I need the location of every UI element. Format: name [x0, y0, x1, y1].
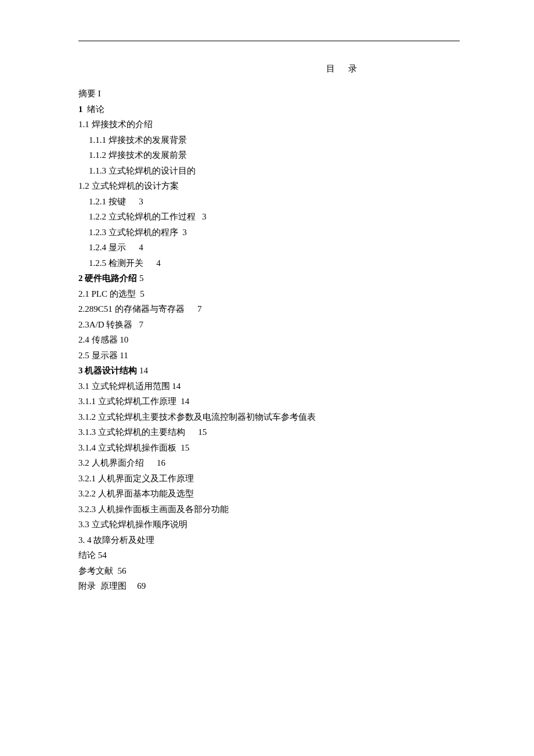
toc-line: 3.2.1 人机界面定义及工作原理	[78, 471, 460, 487]
toc-line: 3.1.3 立式轮焊机的主要结构 15	[78, 424, 460, 440]
toc-line: 结论 54	[78, 548, 460, 563]
toc-bold-text: 1	[78, 105, 83, 114]
toc-line: 1 绪论	[78, 102, 460, 117]
toc-line: 3.2.3 人机操作面板主画面及各部分功能	[78, 502, 460, 517]
toc-line: 1.1.2 焊接技术的发展前景	[78, 147, 460, 163]
toc-line: 1.2.3 立式轮焊机的程序 3	[78, 225, 460, 240]
toc-line: 1.2.2 立式轮焊机的工作过程 3	[78, 209, 460, 225]
toc-line: 2.289C51 的存储器与寄存器 7	[78, 301, 460, 317]
toc-line: 2.1 PLC 的选型 5	[78, 286, 460, 302]
toc-line: 参考文献 56	[78, 563, 460, 579]
title: 目 录	[229, 63, 460, 74]
table-of-contents: 摘要 I1 绪论1.1 焊接技术的介绍1.1.1 焊接技术的发展背景1.1.2 …	[78, 86, 460, 594]
toc-line: 3.1.4 立式轮焊机操作面板 15	[78, 440, 460, 456]
toc-line: 3.2.2 人机界面基本功能及选型	[78, 486, 460, 502]
toc-line: 2.3A/D 转换器 7	[78, 317, 460, 333]
toc-line: 3.1 立式轮焊机适用范围 14	[78, 379, 460, 394]
toc-line: 1.2.1 按键 3	[78, 194, 460, 210]
toc-line: 3 机器设计结构 14	[78, 363, 460, 379]
toc-text: 绪论	[83, 105, 105, 114]
toc-line: 1.1.3 立式轮焊机的设计目的	[78, 163, 460, 179]
toc-line: 1.1.1 焊接技术的发展背景	[78, 132, 460, 148]
toc-line: 1.2 立式轮焊机的设计方案	[78, 178, 460, 194]
toc-line: 3.1.2 立式轮焊机主要技术参数及电流控制器初物试车参考值表	[78, 409, 460, 425]
toc-line: 2.5 显示器 11	[78, 348, 460, 363]
toc-text: 5	[137, 273, 143, 283]
toc-line: 1.2.4 显示 4	[78, 240, 460, 255]
toc-line: 3.3 立式轮焊机操作顺序说明	[78, 517, 460, 532]
toc-line: 附录 原理图 69	[78, 578, 460, 594]
toc-line: 2.4 传感器 10	[78, 332, 460, 348]
toc-line: 2 硬件电路介绍 5	[78, 271, 460, 286]
toc-line: 1.1 焊接技术的介绍	[78, 117, 460, 132]
toc-line: 摘要 I	[78, 86, 460, 102]
toc-line: 3.2 人机界面介绍 16	[78, 455, 460, 471]
toc-bold-text: 2 硬件电路介绍	[78, 273, 137, 283]
toc-line: 1.2.5 检测开关 4	[78, 255, 460, 271]
toc-line: 3. 4 故障分析及处理	[78, 532, 460, 548]
toc-text: 14	[137, 366, 148, 375]
toc-bold-text: 3 机器设计结构	[78, 366, 137, 375]
toc-line: 3.1.1 立式轮焊机工作原理 14	[78, 394, 460, 409]
document-page: 目 录 摘要 I1 绪论1.1 焊接技术的介绍1.1.1 焊接技术的发展背景1.…	[0, 0, 534, 594]
top-rule	[78, 41, 460, 41]
